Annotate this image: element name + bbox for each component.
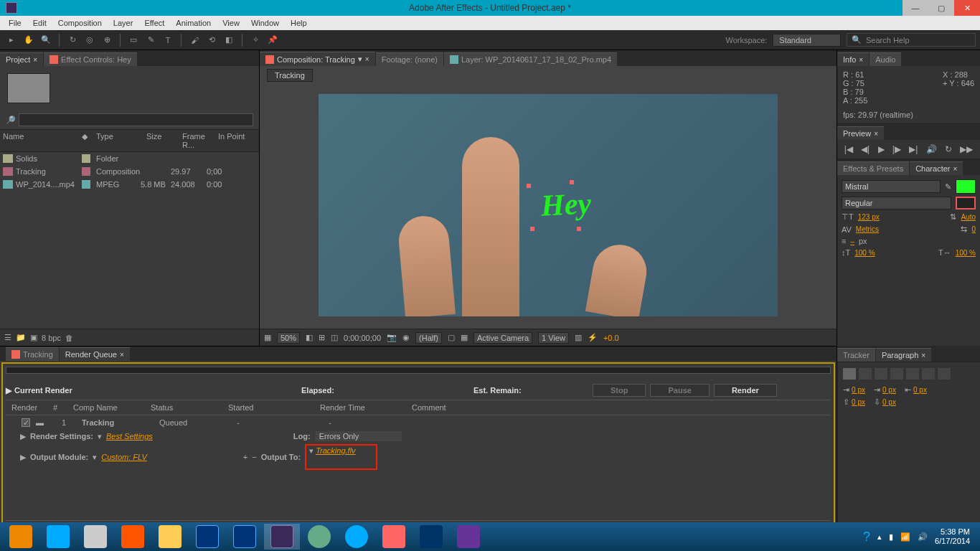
tab-character[interactable]: Character ×	[910, 161, 963, 175]
menu-edit[interactable]: Edit	[27, 17, 52, 29]
view-dropdown[interactable]: 1 View	[538, 332, 569, 344]
zoom-dropdown[interactable]: 50%	[277, 332, 300, 344]
roto-tool-icon[interactable]: ✧	[248, 33, 263, 47]
track-point[interactable]	[527, 184, 531, 188]
exposure-value[interactable]: +0.0	[603, 334, 619, 342]
taskbar-photoshop2[interactable]	[227, 524, 263, 550]
tab-tracking-timeline[interactable]: Tracking	[6, 347, 59, 361]
tab-render-queue[interactable]: Render Queue ×	[60, 347, 130, 361]
project-search-input[interactable]	[19, 113, 253, 126]
kerning-value[interactable]: Metrics	[856, 225, 879, 233]
expand-icon[interactable]: ▶	[20, 453, 26, 462]
dropdown-icon[interactable]: ▾	[98, 432, 102, 441]
prev-frame-icon[interactable]: ◀|	[861, 144, 870, 154]
project-row-tracking[interactable]: Tracking Composition 29.97 0;00	[0, 165, 259, 178]
leading-value[interactable]: Auto	[961, 213, 976, 221]
maximize-button[interactable]: ▢	[928, 0, 954, 16]
tab-project[interactable]: Project ×	[0, 52, 43, 66]
pause-button[interactable]: Pause	[650, 384, 709, 397]
taskbar-ie[interactable]	[40, 524, 76, 550]
fill-color-swatch[interactable]	[956, 179, 976, 194]
dropdown-icon[interactable]: ▾	[309, 446, 314, 455]
tray-network-icon[interactable]: 📶	[900, 532, 910, 542]
text-layer-hey[interactable]: Hey	[540, 186, 592, 223]
stroke-width[interactable]: –	[850, 237, 854, 245]
menu-composition[interactable]: Composition	[52, 17, 108, 29]
comp-breadcrumb[interactable]: Tracking	[267, 69, 313, 82]
space-after[interactable]: 0 px	[882, 398, 896, 406]
ram-preview-icon[interactable]: ▶▶	[960, 144, 973, 154]
menu-animation[interactable]: Animation	[170, 17, 217, 29]
render-item-row[interactable]: ✓ ▬ 1 Tracking Queued - -	[6, 415, 831, 430]
menu-view[interactable]: View	[217, 17, 245, 29]
vscale-value[interactable]: 100 %	[854, 249, 875, 257]
puppet-tool-icon[interactable]: 📌	[265, 33, 280, 47]
audio-icon[interactable]: 🔊	[926, 144, 937, 154]
justify-left-icon[interactable]	[890, 368, 903, 380]
render-settings-link[interactable]: Best Settings	[106, 432, 153, 441]
space-before[interactable]: 0 px	[852, 398, 865, 406]
track-point[interactable]	[577, 227, 581, 231]
mask-icon[interactable]: ◫	[331, 333, 338, 342]
rotation-tool-icon[interactable]: ↻	[65, 33, 80, 47]
first-frame-icon[interactable]: |◀	[844, 144, 853, 154]
zoom-tool-icon[interactable]: 🔍	[39, 33, 53, 47]
search-help-input[interactable]: 🔍 Search Help	[847, 33, 976, 47]
menu-layer[interactable]: Layer	[108, 17, 139, 29]
roi-icon[interactable]: ▢	[448, 333, 455, 342]
project-row-solids[interactable]: Solids Folder	[0, 152, 259, 165]
output-to-link[interactable]: Tracking.flv	[316, 446, 355, 455]
bpc-label[interactable]: 8 bpc	[42, 334, 61, 342]
track-point[interactable]	[570, 180, 574, 184]
justify-center-icon[interactable]	[906, 368, 919, 380]
font-size-value[interactable]: 123 px	[858, 213, 880, 221]
tab-tracker[interactable]: Tracker	[837, 348, 875, 362]
taskbar-photoshop[interactable]	[189, 524, 225, 550]
tray-volume-icon[interactable]: 🔊	[918, 532, 928, 542]
tracking-value[interactable]: 0	[971, 225, 976, 233]
help-icon[interactable]: ?	[863, 529, 870, 545]
indent-left[interactable]: 0 px	[852, 386, 865, 394]
resolution-dropdown[interactable]: (Half)	[415, 332, 442, 344]
indent-right[interactable]: 0 px	[913, 386, 927, 394]
pan-behind-tool-icon[interactable]: ⊕	[100, 33, 114, 47]
taskbar-dev[interactable]	[413, 524, 449, 550]
tab-effect-controls[interactable]: Effect Controls: Hey	[44, 52, 137, 66]
last-frame-icon[interactable]: ▶|	[909, 144, 918, 154]
col-size[interactable]: Size	[146, 132, 182, 149]
col-framerate[interactable]: Frame R...	[182, 132, 218, 149]
resolution-icon[interactable]: ◧	[306, 333, 313, 342]
fast-preview-icon[interactable]: ⚡	[588, 333, 598, 342]
col-type[interactable]: Type	[96, 132, 146, 149]
stop-button[interactable]: Stop	[593, 384, 646, 397]
expand-icon[interactable]: ▶	[20, 432, 26, 441]
brush-tool-icon[interactable]: 🖌	[187, 33, 202, 47]
close-icon[interactable]: ×	[874, 130, 878, 138]
taskbar-explorer[interactable]	[152, 524, 188, 550]
clone-tool-icon[interactable]: ⟲	[204, 33, 219, 47]
rectangle-tool-icon[interactable]: ▭	[126, 33, 141, 47]
loop-icon[interactable]: ↻	[945, 144, 952, 154]
tray-up-icon[interactable]: ▴	[877, 532, 882, 542]
timecode[interactable]: 0;00;00;00	[344, 334, 381, 342]
tab-layer[interactable]: Layer: WP_20140617_17_18_02_Pro.mp4	[444, 52, 617, 66]
next-frame-icon[interactable]: |▶	[892, 144, 901, 154]
taskbar-app[interactable]	[77, 524, 113, 550]
log-dropdown[interactable]: Errors Only	[315, 431, 402, 441]
taskbar-clock[interactable]: 5:38 PM 6/17/2014	[935, 527, 970, 546]
pixel-aspect-icon[interactable]: ▥	[575, 333, 582, 342]
tab-preview[interactable]: Preview ×	[837, 126, 884, 140]
add-icon[interactable]: +	[243, 453, 248, 461]
indent-first[interactable]: 0 px	[882, 386, 896, 394]
close-icon[interactable]: ×	[859, 56, 863, 64]
menu-window[interactable]: Window	[245, 17, 285, 29]
workspace-dropdown[interactable]: Standard	[773, 34, 841, 47]
close-button[interactable]: ✕	[954, 0, 980, 16]
taskbar-skype[interactable]	[339, 524, 374, 550]
selection-tool-icon[interactable]: ▸	[4, 33, 19, 47]
close-icon[interactable]: ×	[33, 56, 37, 64]
align-right-icon[interactable]	[875, 368, 887, 380]
eraser-tool-icon[interactable]: ◧	[222, 33, 236, 47]
menu-file[interactable]: File	[3, 17, 27, 29]
guides-icon[interactable]: ⊞	[319, 333, 325, 342]
